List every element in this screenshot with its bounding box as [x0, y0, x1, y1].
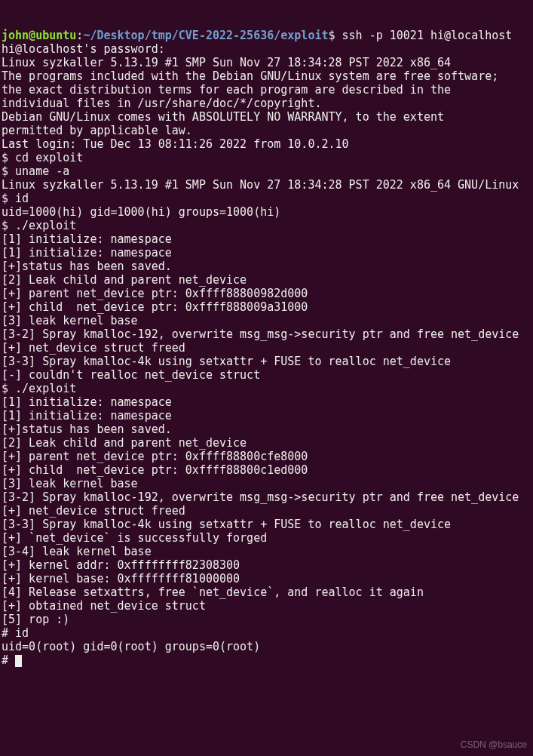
- terminal-line: [3-4] leak kernel base: [2, 545, 531, 558]
- watermark: CSDN @bsauce: [461, 738, 527, 751]
- terminal-line: $ uname -a: [2, 164, 531, 178]
- prompt-cmd: ssh -p 10021 hi@localhost: [335, 29, 513, 42]
- terminal-line: [2] Leak child and parent net_device: [2, 273, 531, 287]
- prompt-path: ~/Desktop/tmp/CVE-2022-25636/exploit: [83, 29, 328, 42]
- terminal-line: [1] initialize: namespace: [2, 395, 531, 409]
- terminal-line: [+] `net_device` is successfully forged: [2, 531, 531, 545]
- terminal-line: [+] kernel base: 0xffffffff81000000: [2, 572, 531, 585]
- terminal-line: [3-3] Spray kmalloc-4k using setxattr + …: [2, 518, 531, 531]
- terminal-line: Linux syzkaller 5.13.19 #1 SMP Sun Nov 2…: [2, 56, 531, 69]
- terminal-line: $ id: [2, 192, 531, 205]
- terminal-line: [+] net_device struct freed: [2, 341, 531, 355]
- terminal-line: $ ./exploit: [2, 382, 531, 395]
- terminal-line: [3] leak kernel base: [2, 314, 531, 327]
- terminal-line: uid=0(root) gid=0(root) groups=0(root): [2, 640, 531, 653]
- terminal-line: [+]status has been saved.: [2, 423, 531, 436]
- terminal-line: [+] parent net_device ptr: 0xffff8880098…: [2, 287, 531, 300]
- terminal-line: #: [2, 653, 531, 667]
- terminal-line: [+] kernel addr: 0xffffffff82308300: [2, 558, 531, 572]
- terminal-line: [1] initialize: namespace: [2, 409, 531, 423]
- terminal-line: individual files in /usr/share/doc/*/cop…: [2, 97, 531, 110]
- terminal-line: permitted by applicable law.: [2, 124, 531, 137]
- terminal-line: [-] couldn't realloc net_device struct: [2, 368, 531, 382]
- terminal-line: The programs included with the Debian GN…: [2, 69, 531, 83]
- terminal-line: [3] leak kernel base: [2, 477, 531, 490]
- terminal-line: [+]status has been saved.: [2, 260, 531, 273]
- terminal-line: [+] child net_device ptr: 0xffff888009a3…: [2, 300, 531, 314]
- terminal-line: Last login: Tue Dec 13 08:11:26 2022 fro…: [2, 137, 531, 151]
- terminal-line: $ cd exploit: [2, 151, 531, 164]
- terminal-line: [+] child net_device ptr: 0xffff88800c1e…: [2, 463, 531, 477]
- terminal-line: [4] Release setxattrs, free `net_device`…: [2, 585, 531, 599]
- prompt-line: john@ubuntu:~/Desktop/tmp/CVE-2022-25636…: [2, 29, 531, 42]
- terminal-line: Debian GNU/Linux comes with ABSOLUTELY N…: [2, 110, 531, 124]
- terminal-line: [1] initialize: namespace: [2, 246, 531, 260]
- terminal-line: hi@localhost's password:: [2, 42, 531, 56]
- cursor: [15, 655, 22, 667]
- terminal-line: [+] obtained net_device struct: [2, 599, 531, 613]
- prompt-end: $: [328, 29, 335, 42]
- terminal-line: [2] Leak child and parent net_device: [2, 436, 531, 450]
- terminal-line: [+] parent net_device ptr: 0xffff88800cf…: [2, 450, 531, 463]
- terminal-line: the exact distribution terms for each pr…: [2, 83, 531, 97]
- terminal-window[interactable]: john@ubuntu:~/Desktop/tmp/CVE-2022-25636…: [0, 0, 533, 756]
- terminal-line: $ ./exploit: [2, 219, 531, 232]
- terminal-line: [1] initialize: namespace: [2, 232, 531, 246]
- terminal-line: [5] rop :): [2, 613, 531, 626]
- terminal-line: uid=1000(hi) gid=1000(hi) groups=1000(hi…: [2, 205, 531, 219]
- prompt-user: john@ubuntu: [2, 29, 76, 42]
- terminal-line: # id: [2, 626, 531, 640]
- terminal-line: [3-3] Spray kmalloc-4k using setxattr + …: [2, 355, 531, 368]
- terminal-line: Linux syzkaller 5.13.19 #1 SMP Sun Nov 2…: [2, 178, 531, 192]
- terminal-line: [+] net_device struct freed: [2, 504, 531, 518]
- terminal-line: [3-2] Spray kmalloc-192, overwrite msg_m…: [2, 490, 531, 504]
- terminal-line: [3-2] Spray kmalloc-192, overwrite msg_m…: [2, 327, 531, 341]
